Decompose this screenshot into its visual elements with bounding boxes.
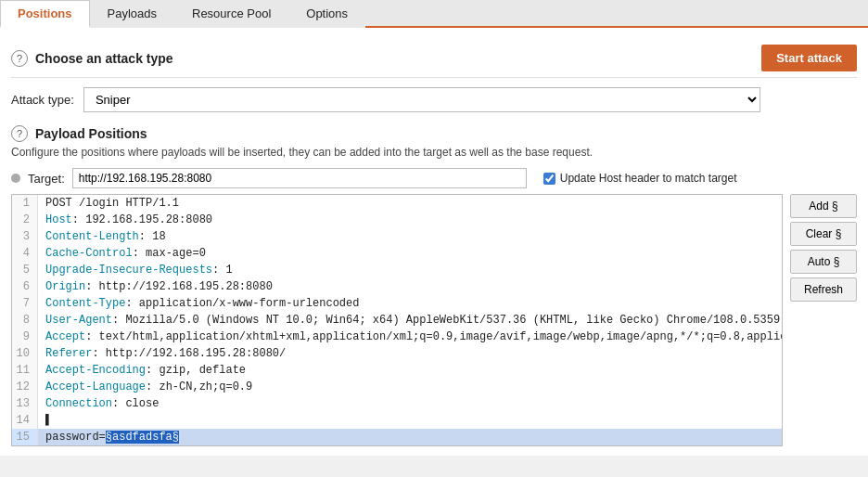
attack-type-header-row: ? Choose an attack type — [11, 50, 173, 67]
tab-options[interactable]: Options — [288, 0, 365, 28]
table-row: 13Connection: close — [12, 395, 782, 412]
table-row: 5Upgrade-Insecure-Requests: 1 — [12, 262, 782, 278]
table-row: 2Host: 192.168.195.28:8080 — [12, 212, 782, 228]
payload-positions-desc: Configure the positions where payloads w… — [11, 146, 857, 159]
tab-resource-pool[interactable]: Resource Pool — [174, 0, 288, 28]
update-host-checkbox[interactable] — [543, 173, 555, 185]
tab-bar: Positions Payloads Resource Pool Options — [0, 0, 868, 28]
table-row: 3Content-Length: 18 — [12, 228, 782, 245]
attack-type-title: Choose an attack type — [35, 51, 173, 66]
attack-type-row: Attack type: Sniper Battering ram Pitchf… — [11, 87, 857, 112]
refresh-button[interactable]: Refresh — [790, 277, 857, 302]
table-row: 14▌ — [12, 412, 782, 429]
code-block: 1POST /login HTTP/1.1 2Host: 192.168.195… — [12, 195, 782, 445]
request-editor[interactable]: 1POST /login HTTP/1.1 2Host: 192.168.195… — [11, 194, 783, 446]
payload-positions-title: Payload Positions — [35, 126, 147, 141]
attack-type-select[interactable]: Sniper Battering ram Pitchfork Cluster b… — [83, 87, 760, 112]
attack-type-help-icon[interactable]: ? — [11, 50, 28, 67]
attack-type-section: ? Choose an attack type Start attack — [11, 37, 857, 78]
attack-type-label: Attack type: — [11, 93, 74, 107]
clear-section-button[interactable]: Clear § — [790, 222, 857, 246]
table-row: 4Cache-Control: max-age=0 — [12, 245, 782, 262]
start-attack-button[interactable]: Start attack — [761, 45, 857, 71]
update-host-label: Update Host header to match target — [560, 172, 737, 185]
add-section-button[interactable]: Add § — [790, 194, 857, 218]
target-label: Target: — [28, 172, 65, 186]
main-content: ? Choose an attack type Start attack Att… — [0, 28, 868, 456]
tab-positions[interactable]: Positions — [0, 0, 90, 28]
editor-buttons: Add § Clear § Auto § Refresh — [790, 194, 857, 446]
target-row: Target: Update Host header to match targ… — [11, 168, 857, 188]
table-row: 1POST /login HTTP/1.1 — [12, 195, 782, 212]
payload-positions-help-icon[interactable]: ? — [11, 125, 28, 142]
table-row: 10Referer: http://192.168.195.28:8080/ — [12, 345, 782, 362]
table-row: 9Accept: text/html,application/xhtml+xml… — [12, 329, 782, 345]
payload-positions-header: ? Payload Positions — [11, 125, 857, 142]
auto-section-button[interactable]: Auto § — [790, 250, 857, 274]
table-row: 8User-Agent: Mozilla/5.0 (Windows NT 10.… — [12, 312, 782, 329]
table-row: 6Origin: http://192.168.195.28:8080 — [12, 278, 782, 295]
target-dot-icon — [11, 174, 20, 183]
target-input[interactable] — [72, 168, 527, 188]
table-row-payload: 15 password=§asdfadsfa§ — [12, 429, 782, 445]
tab-payloads[interactable]: Payloads — [90, 0, 174, 28]
table-row: 12Accept-Language: zh-CN,zh;q=0.9 — [12, 379, 782, 395]
update-host-checkbox-row: Update Host header to match target — [543, 172, 737, 185]
table-row: 7Content-Type: application/x-www-form-ur… — [12, 295, 782, 312]
editor-container: 1POST /login HTTP/1.1 2Host: 192.168.195… — [11, 194, 857, 446]
table-row: 11Accept-Encoding: gzip, deflate — [12, 362, 782, 379]
payload-marker: §asdfadsfa§ — [106, 431, 179, 444]
